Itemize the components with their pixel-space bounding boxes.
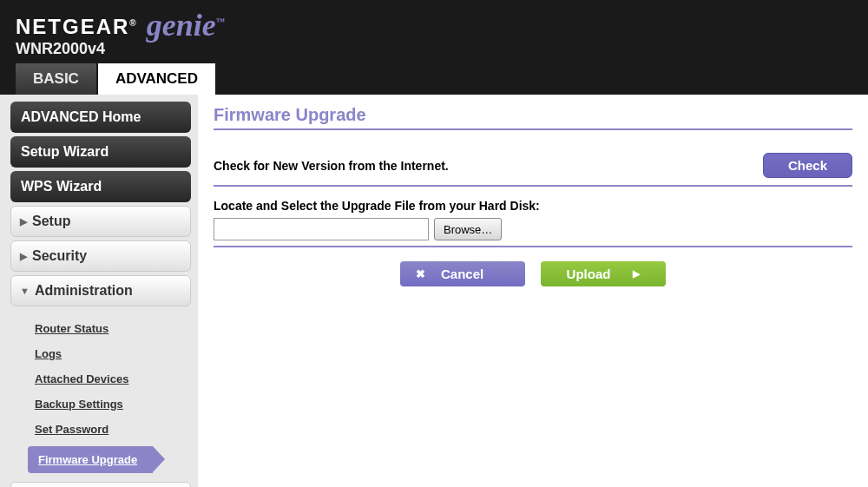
- sidebar-section-setup[interactable]: ▶ Setup: [10, 206, 191, 237]
- file-row: Browse…: [214, 218, 852, 240]
- page-title: Firmware Upgrade: [214, 105, 852, 125]
- check-row: Check for New Version from the Internet.…: [214, 153, 852, 178]
- sidebar-setup-wizard[interactable]: Setup Wizard: [10, 136, 191, 168]
- browse-button[interactable]: Browse…: [434, 218, 502, 240]
- header: NETGEAR® genie™ WNR2000v4: [0, 0, 868, 63]
- sidebar-item-set-password[interactable]: Set Password: [28, 418, 191, 441]
- close-icon: ✖: [416, 267, 425, 280]
- check-label: Check for New Version from the Internet.: [214, 159, 449, 173]
- sidebar-section-label: Administration: [35, 283, 133, 299]
- body-area: ADVANCED Home Setup Wizard WPS Wizard ▶ …: [0, 95, 868, 487]
- sidebar-advanced-home[interactable]: ADVANCED Home: [10, 102, 191, 133]
- sidebar-section-label: Security: [32, 248, 87, 264]
- chevron-right-icon: ▶: [20, 216, 27, 227]
- play-icon: ▶: [633, 268, 640, 280]
- cancel-button-label: Cancel: [441, 267, 483, 281]
- upload-button-label: Upload: [567, 267, 611, 281]
- sidebar-item-logs[interactable]: Logs: [28, 342, 191, 365]
- model-label: WNR2000v4: [16, 40, 868, 58]
- tab-basic[interactable]: BASIC: [16, 63, 96, 95]
- logo-row: NETGEAR® genie™: [16, 5, 868, 42]
- sidebar-item-firmware-upgrade[interactable]: Firmware Upgrade: [28, 446, 153, 473]
- divider: [214, 128, 852, 130]
- sidebar-section-advanced-setup[interactable]: ▶ Advanced Setup: [10, 482, 191, 487]
- action-row: ✖ Cancel Upload ▶: [214, 261, 852, 286]
- sidebar-section-security[interactable]: ▶ Security: [10, 240, 191, 272]
- product-logo: genie™: [147, 7, 225, 43]
- check-button[interactable]: Check: [763, 153, 852, 178]
- locate-label: Locate and Select the Upgrade File from …: [214, 199, 852, 213]
- sidebar: ADVANCED Home Setup Wizard WPS Wizard ▶ …: [0, 95, 198, 487]
- sidebar-item-attached-devices[interactable]: Attached Devices: [28, 367, 191, 391]
- upload-button[interactable]: Upload ▶: [541, 261, 666, 286]
- chevron-down-icon: ▼: [20, 286, 30, 296]
- brand-logo: NETGEAR®: [16, 15, 138, 39]
- divider: [214, 185, 852, 187]
- divider: [214, 246, 852, 247]
- content: Firmware Upgrade Check for New Version f…: [198, 95, 868, 487]
- tab-row: BASIC ADVANCED: [0, 63, 868, 95]
- sidebar-item-router-status[interactable]: Router Status: [28, 317, 191, 340]
- cancel-button[interactable]: ✖ Cancel: [400, 261, 525, 286]
- sidebar-admin-subitems: Router Status Logs Attached Devices Back…: [10, 310, 191, 482]
- chevron-right-icon: ▶: [20, 251, 27, 262]
- sidebar-section-administration[interactable]: ▼ Administration: [10, 275, 191, 306]
- tab-advanced[interactable]: ADVANCED: [98, 63, 215, 95]
- sidebar-item-backup-settings[interactable]: Backup Settings: [28, 392, 191, 416]
- sidebar-section-label: Setup: [32, 214, 70, 229]
- sidebar-wps-wizard[interactable]: WPS Wizard: [10, 171, 191, 202]
- file-path-input[interactable]: [214, 218, 429, 240]
